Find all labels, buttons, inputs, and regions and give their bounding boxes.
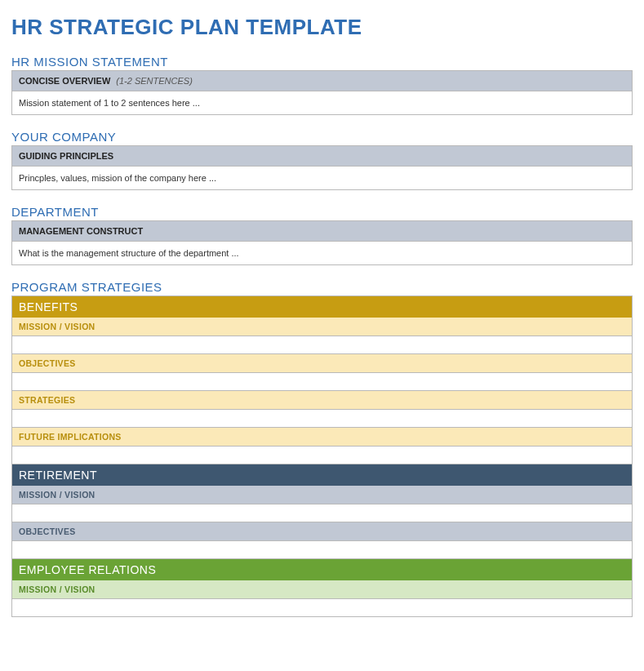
section-heading-mission: HR MISSION STATEMENT [11, 55, 633, 69]
employee-input-mission[interactable] [11, 599, 633, 617]
company-box-header: GUIDING PRINCIPLES [12, 146, 632, 167]
retirement-heading: RETIREMENT [11, 464, 633, 486]
company-body[interactable]: Princples, values, mission of the compan… [12, 167, 632, 189]
department-body[interactable]: What is the management structure of the … [12, 242, 632, 264]
company-label: GUIDING PRINCIPLES [19, 151, 113, 161]
benefits-row-mission: MISSION / VISION [11, 318, 633, 336]
page-title: HR STRATEGIC PLAN TEMPLATE [11, 15, 633, 40]
company-box: GUIDING PRINCIPLES Princples, values, mi… [11, 145, 633, 190]
section-heading-company: YOUR COMPANY [11, 130, 633, 144]
retirement-input-mission[interactable] [11, 504, 633, 522]
benefits-input-future[interactable] [11, 447, 633, 464]
department-label: MANAGEMENT CONSTRUCT [19, 226, 143, 236]
mission-box-header: CONCISE OVERVIEW (1-2 SENTENCES) [12, 71, 632, 91]
mission-box: CONCISE OVERVIEW (1-2 SENTENCES) Mission… [11, 70, 633, 115]
benefits-row-strategies: STRATEGIES [11, 391, 633, 410]
section-heading-program: PROGRAM STRATEGIES [11, 280, 633, 294]
benefits-row-future: FUTURE IMPLICATIONS [11, 428, 633, 447]
department-box-header: MANAGEMENT CONSTRUCT [12, 221, 632, 242]
benefits-input-strategies[interactable] [11, 410, 633, 428]
retirement-row-mission: MISSION / VISION [11, 486, 633, 504]
benefits-heading: BENEFITS [11, 296, 633, 318]
retirement-row-objectives: OBJECTIVES [11, 522, 633, 541]
department-box: MANAGEMENT CONSTRUCT What is the managem… [11, 220, 633, 265]
mission-label: CONCISE OVERVIEW [19, 76, 110, 86]
section-heading-department: DEPARTMENT [11, 205, 633, 219]
retirement-input-objectives[interactable] [11, 541, 633, 559]
benefits-row-objectives: OBJECTIVES [11, 354, 633, 373]
employee-heading: EMPLOYEE RELATIONS [11, 559, 633, 580]
mission-hint: (1-2 SENTENCES) [116, 76, 193, 86]
mission-body[interactable]: Mission statement of 1 to 2 sentences he… [12, 91, 632, 114]
benefits-input-mission[interactable] [11, 336, 633, 354]
employee-row-mission: MISSION / VISION [11, 580, 633, 599]
benefits-input-objectives[interactable] [11, 373, 633, 391]
